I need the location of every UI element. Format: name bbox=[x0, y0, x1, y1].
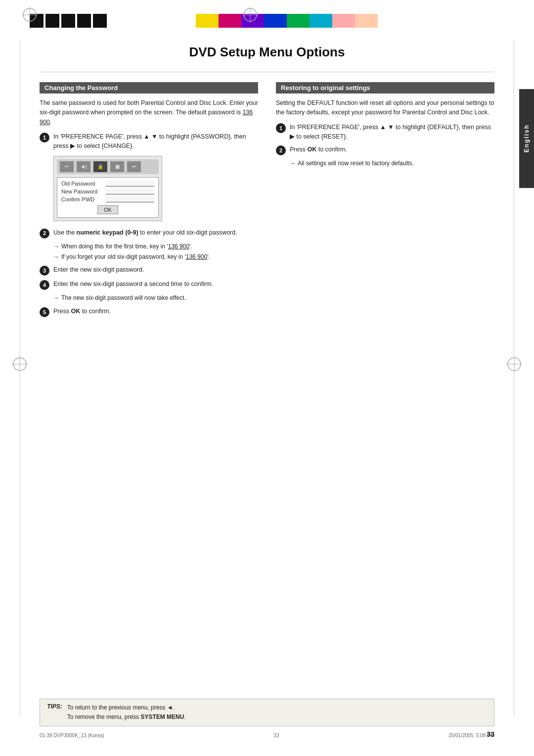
dvd-form-row-confirm: Confirm PWD bbox=[61, 196, 154, 202]
right-step-2-text: Press OK to confirm. bbox=[290, 145, 494, 154]
default-password: 136 900 bbox=[40, 109, 253, 125]
step-3-num: 3 bbox=[40, 266, 49, 276]
page-title: DVD Setup Menu Options bbox=[40, 45, 494, 60]
step-2-text: Use the numeric keypad (0-9) to enter yo… bbox=[53, 228, 258, 237]
dvd-icon-scissors: ✂ bbox=[60, 161, 74, 172]
step-3-text: Enter the new six-digit password. bbox=[53, 265, 258, 275]
right-step-2-num: 2 bbox=[276, 145, 286, 155]
language-tab: English bbox=[519, 89, 534, 188]
step-1: 1 In 'PREFERENCE PAGE', press ▲ ▼ to hig… bbox=[40, 132, 258, 151]
reg-mark-topleft bbox=[22, 7, 38, 23]
right-step-1-text: In 'PREFERENCE PAGE', press ▲ ▼ to highl… bbox=[290, 123, 494, 142]
ok-label-right: OK bbox=[307, 146, 316, 153]
tips-footer: TIPS: To return to the previous menu, pr… bbox=[40, 699, 494, 726]
border-left bbox=[20, 40, 20, 716]
dvd-icon-speaker: ◄) bbox=[77, 161, 90, 172]
language-tab-label: English bbox=[523, 124, 530, 152]
right-step-2-arrow: All settings will now reset to factory d… bbox=[290, 159, 494, 168]
system-menu-label: SYSTEM MENU bbox=[140, 713, 184, 720]
new-password-input bbox=[106, 189, 154, 194]
restore-intro: Setting the DEFAULT function will reset … bbox=[276, 98, 494, 118]
step-4-text: Enter the new six-digit password a secon… bbox=[53, 280, 258, 289]
step-3: 3 Enter the new six-digit password. bbox=[40, 265, 258, 276]
top-decoration-bar bbox=[30, 14, 504, 28]
dvd-icon-lock: 🔒 bbox=[93, 161, 107, 172]
title-divider bbox=[40, 72, 494, 72]
step-5-text: Press OK to confirm. bbox=[53, 307, 258, 316]
black-squares bbox=[30, 14, 107, 28]
numeric-keypad-label: numeric keypad (0-9) bbox=[77, 229, 138, 236]
tips-text: To return to the previous menu, press ◄.… bbox=[67, 703, 487, 722]
step-1-num: 1 bbox=[40, 133, 49, 142]
confirm-pwd-label: Confirm PWD bbox=[61, 196, 106, 202]
reg-mark-centertop bbox=[242, 7, 258, 23]
tips-line2: To remove the menu, press SYSTEM MENU. bbox=[67, 713, 186, 720]
right-step-1-num: 1 bbox=[276, 123, 286, 133]
dvd-icon-grid: ▦ bbox=[110, 161, 124, 172]
right-step-2: 2 Press OK to confirm. bbox=[276, 145, 494, 155]
old-password-label: Old Password bbox=[61, 181, 106, 187]
dvd-menu-screenshot: ✂ ◄) 🔒 ▦ ↩ Old Password New Password bbox=[53, 156, 162, 221]
dvd-ok-button[interactable]: OK bbox=[97, 205, 118, 214]
section-header-restore: Restoring to original settings bbox=[276, 82, 494, 94]
confirm-pwd-input bbox=[106, 196, 154, 202]
password-intro: The same password is used for both Paren… bbox=[40, 98, 258, 127]
ok-label-left: OK bbox=[71, 308, 80, 315]
main-content: DVD Setup Menu Options Changing the Pass… bbox=[40, 45, 494, 707]
step-5-num: 5 bbox=[40, 307, 49, 317]
old-password-input bbox=[106, 181, 154, 187]
footer-center: 33 bbox=[273, 733, 279, 738]
content-columns: Changing the Password The same password … bbox=[40, 82, 494, 321]
footer-left: 01-39 DVP3000K_13 (Korea) bbox=[40, 733, 104, 738]
step-2-arrow1: When doing this for the first time, key … bbox=[53, 242, 258, 251]
dvd-form-row-new: New Password bbox=[61, 189, 154, 194]
step-2-arrow2: If you forget your old six-digit passwor… bbox=[53, 253, 258, 261]
col-left: Changing the Password The same password … bbox=[40, 82, 258, 321]
dvd-form-row-old: Old Password bbox=[61, 181, 154, 187]
section-header-password: Changing the Password bbox=[40, 82, 258, 94]
new-password-label: New Password bbox=[61, 189, 106, 194]
col-right: Restoring to original settings Setting t… bbox=[276, 82, 494, 321]
tips-line1: To return to the previous menu, press ◄. bbox=[67, 704, 175, 711]
footer-print: 01-39 DVP3000K_13 (Korea) 33 25/01/2005,… bbox=[40, 733, 494, 738]
step-5: 5 Press OK to confirm. bbox=[40, 307, 258, 317]
color-blocks bbox=[196, 14, 378, 28]
step-2-num: 2 bbox=[40, 229, 49, 238]
step-2: 2 Use the numeric keypad (0-9) to enter … bbox=[40, 228, 258, 238]
step-4: 4 Enter the new six-digit password a sec… bbox=[40, 280, 258, 290]
step-4-arrow: The new six-digit password will now take… bbox=[53, 294, 258, 302]
step-4-num: 4 bbox=[40, 280, 49, 290]
step-1-text: In 'PREFERENCE PAGE', press ▲ ▼ to highl… bbox=[53, 132, 258, 151]
dvd-password-form: Old Password New Password Confirm PWD OK bbox=[57, 177, 159, 218]
page-number: 33 bbox=[487, 730, 494, 738]
border-right bbox=[514, 40, 514, 716]
reg-mark-centerright bbox=[506, 356, 522, 372]
dvd-menu-icons: ✂ ◄) 🔒 ▦ ↩ bbox=[57, 159, 159, 174]
right-step-1: 1 In 'PREFERENCE PAGE', press ▲ ▼ to hig… bbox=[276, 123, 494, 142]
tips-label: TIPS: bbox=[47, 703, 62, 722]
dvd-icon-arrow: ↩ bbox=[127, 161, 141, 172]
